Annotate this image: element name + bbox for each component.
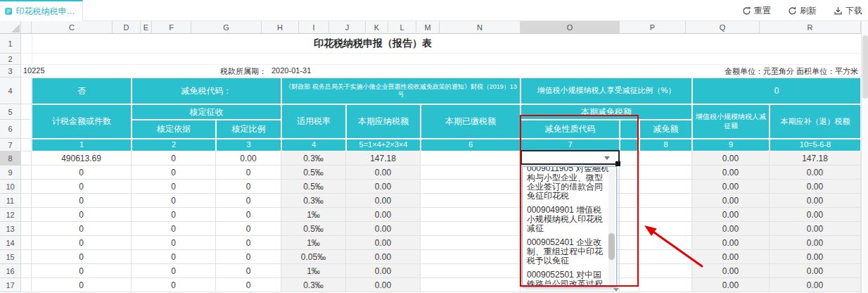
- cell-r12-c4[interactable]: 1‰: [281, 208, 346, 222]
- cell-r12-cs[interactable]: [620, 208, 639, 222]
- cell-r10-c8[interactable]: [639, 180, 692, 194]
- row-header-13[interactable]: 13: [0, 222, 21, 236]
- cell-r11-c2[interactable]: 0: [132, 194, 216, 208]
- row-header-3[interactable]: 3: [0, 65, 21, 77]
- cell-r16-c8[interactable]: [639, 264, 692, 278]
- row-header-12[interactable]: 12: [0, 208, 21, 222]
- row-header-9[interactable]: 9: [0, 166, 21, 180]
- cell-r10-c1[interactable]: 0: [32, 180, 132, 194]
- cell-r9-c4[interactable]: 0.5‰: [281, 166, 346, 180]
- column-header-Q[interactable]: Q: [686, 21, 760, 34]
- cell-r14-c6[interactable]: [421, 236, 521, 250]
- cell-r14-c4[interactable]: 1‰: [281, 236, 346, 250]
- row-header-15[interactable]: 15: [0, 250, 21, 264]
- column-header-J[interactable]: J: [329, 21, 366, 34]
- column-header-H[interactable]: H: [262, 21, 299, 34]
- cell-r10-c6[interactable]: [421, 180, 521, 194]
- row-header-16[interactable]: 16: [0, 264, 21, 278]
- cell-r12-c9[interactable]: 0.00: [692, 208, 770, 222]
- cell-r12-c2[interactable]: 0: [132, 208, 216, 222]
- cell-r9-c8[interactable]: [639, 166, 692, 180]
- cell-r17-c5[interactable]: 0.00: [346, 278, 421, 292]
- cell-r16-cs[interactable]: [620, 264, 639, 278]
- reduction-code-select[interactable]: [521, 150, 620, 165]
- cell-r10-c9[interactable]: 0.00: [692, 180, 770, 194]
- cell-r8-c4[interactable]: 0.3‰: [281, 151, 346, 166]
- cell-r10-c5[interactable]: 0.00: [346, 180, 421, 194]
- cell-r14-c8[interactable]: [639, 236, 692, 250]
- cell-r11-cs[interactable]: [620, 194, 639, 208]
- vertical-scrollbar-thumb[interactable]: [862, 35, 868, 99]
- cell-r9-c5[interactable]: 0.00: [346, 166, 421, 180]
- cell-r16-c1[interactable]: 0: [32, 264, 132, 278]
- cell-r15-c10[interactable]: 0.00: [770, 250, 861, 264]
- column-header-M[interactable]: M: [416, 21, 440, 34]
- cell-r14-c5[interactable]: 0.00: [346, 236, 421, 250]
- cell-r16-c6[interactable]: [421, 264, 521, 278]
- cell-r16-c10[interactable]: 0.00: [770, 264, 861, 278]
- cell-r13-c2[interactable]: 0: [132, 222, 216, 236]
- cell-r15-c9[interactable]: 0.00: [692, 250, 770, 264]
- cell-r10-cs[interactable]: [620, 180, 639, 194]
- column-header-sliver[interactable]: [21, 21, 32, 34]
- cell-r15-c6[interactable]: [421, 250, 521, 264]
- cell-r17-c4[interactable]: 0.3‰: [281, 278, 346, 292]
- cell-r14-c1[interactable]: 0: [32, 236, 132, 250]
- cell-r13-cs[interactable]: [620, 222, 639, 236]
- row-header-8[interactable]: 8: [0, 151, 21, 166]
- row-header-1[interactable]: 1: [0, 34, 21, 54]
- cell-r14-cs[interactable]: [620, 236, 639, 250]
- cell-r10-c3[interactable]: 0: [216, 180, 281, 194]
- dropdown-scrollbar-thumb[interactable]: [608, 233, 615, 260]
- cell-r12-c8[interactable]: [639, 208, 692, 222]
- cell-r10-c2[interactable]: 0: [132, 180, 216, 194]
- cell-r17-c3[interactable]: 0: [216, 278, 281, 292]
- column-header-P[interactable]: P: [620, 21, 686, 34]
- column-header-N[interactable]: N: [440, 21, 521, 34]
- cell-r14-c9[interactable]: 0.00: [692, 236, 770, 250]
- cell-r11-c8[interactable]: [639, 194, 692, 208]
- cell-r8-c9[interactable]: 0.00: [692, 151, 770, 166]
- select-all-corner[interactable]: [0, 21, 21, 34]
- cell-r11-c9[interactable]: 0.00: [692, 194, 770, 208]
- cell-r8-c5[interactable]: 147.18: [346, 151, 421, 166]
- column-header-K[interactable]: K: [366, 21, 388, 34]
- dropdown-scrollbar[interactable]: [608, 168, 615, 285]
- cell-r16-c9[interactable]: 0.00: [692, 264, 770, 278]
- cell-r8-c10[interactable]: 147.18: [770, 151, 861, 166]
- dropdown-option-1[interactable]: 0009011905 对金融机构与小型企业、微型企业签订的借款合同免征印花税: [527, 166, 610, 201]
- cell-r8-cs[interactable]: [620, 151, 639, 166]
- cell-r13-c10[interactable]: 0.00: [770, 222, 861, 236]
- cell-r15-c4[interactable]: 0.05‰: [281, 250, 346, 264]
- cell-r10-c10[interactable]: 0.00: [770, 180, 861, 194]
- cell-r15-c3[interactable]: 0: [216, 250, 281, 264]
- row-header-11[interactable]: 11: [0, 194, 21, 208]
- cell-r9-c9[interactable]: 0.00: [692, 166, 770, 180]
- cell-r11-c5[interactable]: 0.00: [346, 194, 421, 208]
- cell-r17-c8[interactable]: [639, 278, 692, 292]
- row-header-14[interactable]: 14: [0, 236, 21, 250]
- cell-r8-c3[interactable]: 0.00: [216, 151, 281, 166]
- cell-r17-cs[interactable]: [620, 278, 639, 292]
- cell-r14-c2[interactable]: 0: [132, 236, 216, 250]
- column-header-R[interactable]: R: [760, 21, 861, 34]
- cell-r14-c3[interactable]: 0: [216, 236, 281, 250]
- cell-r13-c9[interactable]: 0.00: [692, 222, 770, 236]
- column-header-O[interactable]: O: [521, 21, 620, 34]
- column-header-F[interactable]: F: [152, 21, 191, 34]
- cell-r12-c6[interactable]: [421, 208, 521, 222]
- cell-r16-c2[interactable]: 0: [132, 264, 216, 278]
- cell-r15-c1[interactable]: 0: [32, 250, 132, 264]
- cell-r8-c1[interactable]: 490613.69: [32, 151, 132, 166]
- cell-r11-c1[interactable]: 0: [32, 194, 132, 208]
- cell-r12-c5[interactable]: 0.00: [346, 208, 421, 222]
- cell-r15-c5[interactable]: 0.00: [346, 250, 421, 264]
- cell-r13-c6[interactable]: [421, 222, 521, 236]
- cell-r10-c4[interactable]: 0.5‰: [281, 180, 346, 194]
- row-header-5[interactable]: 5: [0, 104, 21, 120]
- cell-r16-c3[interactable]: 0: [216, 264, 281, 278]
- cell-r13-c5[interactable]: 0.00: [346, 222, 421, 236]
- cell-r8-c6[interactable]: [421, 151, 521, 166]
- column-header-G[interactable]: G: [191, 21, 262, 34]
- cell-r17-c2[interactable]: 0: [132, 278, 216, 292]
